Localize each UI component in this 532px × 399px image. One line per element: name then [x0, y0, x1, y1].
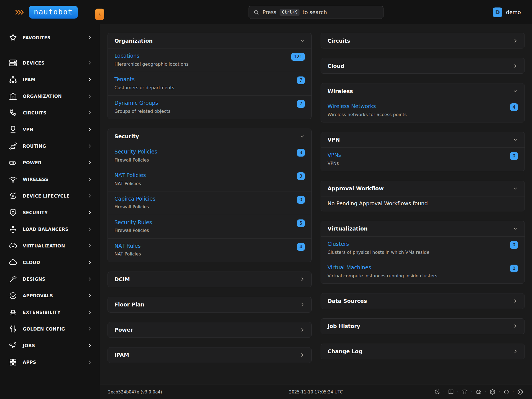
- panel-ipam: IPAM: [108, 347, 312, 363]
- chevron-right-icon: [88, 144, 92, 148]
- panel-row-description: Wireless networks for access points: [328, 112, 510, 117]
- sidebar-item-security[interactable]: SECURITY: [0, 204, 100, 221]
- theme-icon[interactable]: [433, 388, 440, 395]
- panel-link[interactable]: NAT Rules: [114, 243, 141, 249]
- panel-change-log-header[interactable]: Change Log: [321, 344, 525, 359]
- count-badge[interactable]: 3: [297, 172, 305, 180]
- panel-job-history-header[interactable]: Job History: [321, 319, 525, 334]
- panel-link[interactable]: Dynamic Groups: [114, 100, 158, 106]
- sidebar-item-vpn[interactable]: VPN: [0, 121, 100, 138]
- device-lifecycle-icon: [8, 191, 18, 201]
- empty-state-message: No Pending Approval Workflows found: [321, 196, 525, 211]
- sidebar-item-routing[interactable]: ROUTING: [0, 138, 100, 154]
- sidebar-item-approvals[interactable]: APPROVALS: [0, 287, 100, 304]
- user-menu[interactable]: D demo: [493, 7, 521, 17]
- panel-link[interactable]: Tenants: [114, 76, 135, 83]
- panel-title: Circuits: [328, 38, 350, 44]
- code-icon[interactable]: [503, 388, 510, 395]
- count-badge[interactable]: 4: [297, 243, 305, 251]
- sidebar-item-label: ROUTING: [23, 144, 88, 149]
- count-badge[interactable]: 0: [510, 265, 518, 272]
- cloud-api-icon[interactable]: [475, 388, 482, 395]
- sidebar-item-extensibility[interactable]: EXTENSIBILITY: [0, 304, 100, 321]
- count-badge[interactable]: 5: [297, 219, 305, 227]
- chevron-right-icon: [88, 194, 92, 198]
- sidebar-item-cloud[interactable]: CLOUD: [0, 254, 100, 271]
- panel-title: Wireless: [328, 88, 353, 94]
- golden-config-icon: [8, 324, 18, 334]
- count-badge[interactable]: 0: [297, 196, 305, 204]
- sidebar-item-virtualization[interactable]: VIRTUALIZATION: [0, 237, 100, 254]
- sidebar-item-golden-config[interactable]: GOLDEN CONFIG: [0, 321, 100, 337]
- count-badge[interactable]: 121: [291, 53, 305, 61]
- sidebar-item-device-lifecycle[interactable]: DEVICE LIFECYCLE: [0, 188, 100, 204]
- panel-link[interactable]: Clusters: [328, 241, 349, 247]
- sidebar-item-label: EXTENSIBILITY: [23, 310, 88, 315]
- panel-data-sources-header[interactable]: Data Sources: [321, 293, 525, 309]
- panel-link[interactable]: NAT Policies: [114, 172, 146, 179]
- sidebar-item-load-balancers[interactable]: LOAD BALANCERS: [0, 221, 100, 237]
- panel-circuits-header[interactable]: Circuits: [321, 33, 525, 48]
- panel-row-description: Firewall Policies: [114, 157, 297, 163]
- panel-link[interactable]: VPNs: [328, 152, 341, 158]
- panel-row-description: Clusters of physical hosts in which VMs …: [328, 250, 510, 255]
- panel-approval-workflow-header[interactable]: Approval Workflow: [321, 181, 525, 196]
- panel-link[interactable]: Locations: [114, 53, 139, 59]
- footer-separator: ·: [513, 389, 514, 395]
- panel-link[interactable]: Wireless Networks: [328, 103, 376, 110]
- panel-floor-plan-header[interactable]: Floor Plan: [108, 297, 311, 312]
- panel-vpn-header[interactable]: VPN: [321, 132, 525, 147]
- panel-organization-header[interactable]: Organization: [108, 33, 311, 48]
- count-badge[interactable]: 7: [297, 76, 305, 84]
- sidebar-collapse-button[interactable]: [95, 9, 104, 20]
- sidebar-item-label: ORGANIZATION: [23, 94, 88, 99]
- graphql-icon[interactable]: [489, 388, 496, 395]
- count-badge[interactable]: 3: [297, 149, 305, 157]
- footer-separator: ·: [457, 389, 459, 395]
- panel-power-header[interactable]: Power: [108, 322, 311, 337]
- panel-title: Cloud: [328, 63, 344, 69]
- panel-row-description: Virtual compute instances running inside…: [328, 273, 510, 278]
- count-badge[interactable]: 0: [510, 152, 518, 160]
- panel-wireless-header[interactable]: Wireless: [321, 83, 525, 99]
- chevron-right-icon: [88, 77, 92, 82]
- sidebar-item-designs[interactable]: DESIGNS: [0, 271, 100, 287]
- sidebar-item-favorites[interactable]: FAVORITES: [0, 29, 100, 46]
- panel-link[interactable]: Virtual Machines: [328, 264, 371, 271]
- chevron-right-icon: [513, 63, 518, 68]
- logo-chevrons-icon: [15, 8, 26, 16]
- ipam-icon: [8, 75, 18, 84]
- panel-security-header[interactable]: Security: [108, 129, 311, 144]
- panel-link[interactable]: Capirca Policies: [114, 196, 155, 202]
- chevron-right-icon: [513, 349, 518, 354]
- server-timestamp: 2025-11-10 17:05:24 UTC: [289, 390, 343, 395]
- panel-ipam-header[interactable]: IPAM: [108, 347, 311, 363]
- chevron-right-icon: [300, 327, 305, 332]
- panel-virtualization-header[interactable]: Virtualization: [321, 221, 525, 236]
- api-torii-icon[interactable]: [461, 388, 468, 395]
- sidebar-item-apps[interactable]: APPS: [0, 354, 100, 370]
- panel-link[interactable]: Security Rules: [114, 219, 152, 226]
- search-input[interactable]: Press Ctrl+K to search: [249, 6, 383, 19]
- sidebar-item-wireless[interactable]: WIRELESS: [0, 171, 100, 188]
- help-lifebuoy-icon[interactable]: [517, 388, 524, 395]
- docs-book-icon[interactable]: [447, 388, 454, 395]
- chevron-right-icon: [88, 310, 92, 314]
- sidebar-item-label: WIRELESS: [23, 177, 88, 182]
- panel-row-description: NAT Policies: [114, 181, 297, 186]
- sidebar-item-organization[interactable]: ORGANIZATION: [0, 88, 100, 104]
- sidebar-item-label: CIRCUITS: [23, 110, 88, 116]
- sidebar-item-devices[interactable]: DEVICES: [0, 55, 100, 71]
- count-badge[interactable]: 7: [297, 100, 305, 108]
- panel-dcim-header[interactable]: DCIM: [108, 272, 311, 287]
- sidebar-item-ipam[interactable]: IPAM: [0, 71, 100, 88]
- sidebar-item-jobs[interactable]: JOBS: [0, 337, 100, 354]
- panel-link[interactable]: Security Policies: [114, 149, 157, 155]
- count-badge[interactable]: 4: [510, 103, 518, 111]
- sidebar-item-circuits[interactable]: CIRCUITS: [0, 104, 100, 121]
- logo[interactable]: nautobot: [0, 0, 100, 24]
- sidebar-nav: FAVORITES DEVICES IPAM ORGANIZATION CIRC…: [0, 24, 100, 399]
- count-badge[interactable]: 0: [510, 241, 518, 249]
- panel-cloud-header[interactable]: Cloud: [321, 58, 525, 73]
- sidebar-item-power[interactable]: POWER: [0, 154, 100, 171]
